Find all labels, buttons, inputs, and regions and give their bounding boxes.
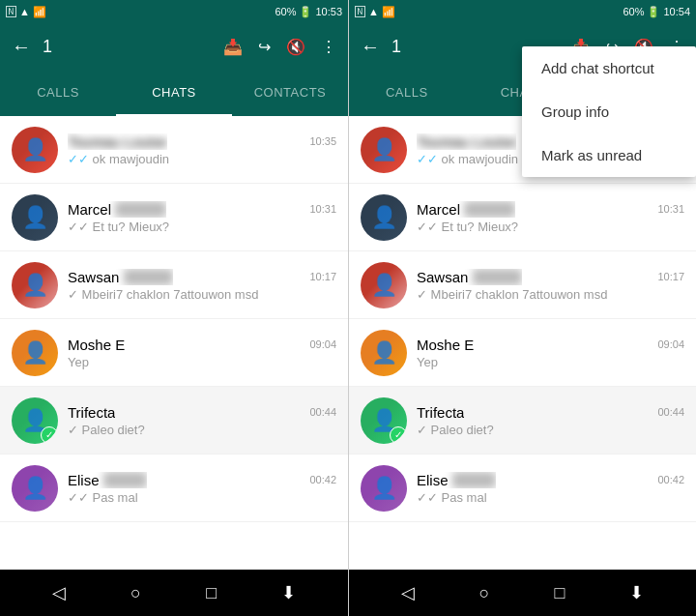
chat-item-6[interactable]: 👤 Elise Martin 00:42 ✓✓ Pas mal xyxy=(0,455,348,522)
chat-preview-5: ✓ Paleo diet? xyxy=(68,423,336,437)
chat-info-r3: Sawsan Katouh 10:17 ✓ Mbeiri7 chaklon 7a… xyxy=(417,269,684,302)
status-right-info-right: 60% 🔋 10:54 xyxy=(623,6,690,18)
chat-preview-4: Yep xyxy=(68,355,336,369)
dropdown-menu: Add chat shortcut Group info Mark as unr… xyxy=(522,46,696,177)
chat-preview-2: ✓✓ Et tu? Mieux? xyxy=(68,220,336,234)
battery-level-right: 60% xyxy=(623,6,644,17)
chat-info-r6: Elise Martin 00:42 ✓✓ Pas mal xyxy=(417,472,684,505)
status-icon-n-right: 🄽 xyxy=(355,6,365,17)
dropdown-mark-unread[interactable]: Mark as unread xyxy=(522,133,696,177)
nav-bar-right: ◁ ○ □ ⬇ xyxy=(349,570,696,616)
chat-item-5[interactable]: 👤 ✓ Trifecta 00:44 ✓ Paleo diet? xyxy=(0,387,348,455)
check-icon-3: ✓ xyxy=(68,287,78,302)
status-bar-right: 🄽 ▲ 📶 60% 🔋 10:54 xyxy=(349,0,696,23)
more-menu-icon[interactable]: ⋮ xyxy=(317,34,340,60)
chat-preview-r5: ✓ Paleo diet? xyxy=(417,423,684,437)
chat-item-3[interactable]: 👤 Sawsan Katouh 10:17 ✓ Mbeiri7 chaklon … xyxy=(0,251,348,319)
nav-recent-left[interactable]: □ xyxy=(206,583,217,603)
nav-recent-right[interactable]: □ xyxy=(555,583,566,603)
time-display: 10:53 xyxy=(315,6,342,17)
chat-info-4: Moshe E 09:04 Yep xyxy=(68,337,336,369)
battery-icon: 🔋 xyxy=(299,6,312,18)
chat-item-r5[interactable]: 👤 ✓ Trifecta 00:44 ✓ Paleo diet? xyxy=(349,387,696,455)
avatar-r5: 👤 ✓ xyxy=(361,397,407,444)
avatar-check-badge: ✓ xyxy=(41,426,58,444)
chat-preview-r6: ✓✓ Pas mal xyxy=(417,490,684,505)
chat-name-3: Sawsan Katouh xyxy=(68,269,173,285)
chat-name-5: Trifecta xyxy=(68,404,115,421)
toolbar-icons-left: 📥 ↪ 🔇 ⋮ xyxy=(219,34,340,60)
left-phone-panel: 🄽 ▲ 📶 60% 🔋 10:53 ← 1 📥 ↪ 🔇 ⋮ CALLS CHAT… xyxy=(0,0,348,616)
time-display-right: 10:54 xyxy=(663,6,690,17)
check-icon-5: ✓ xyxy=(68,423,78,437)
nav-down-left[interactable]: ⬇ xyxy=(281,582,296,603)
back-button-left[interactable]: ← xyxy=(8,32,35,62)
chat-info-5: Trifecta 00:44 ✓ Paleo diet? xyxy=(68,404,336,437)
avatar-5: 👤 ✓ xyxy=(12,397,58,444)
chat-preview-r2: ✓✓ Et tu? Mieux? xyxy=(417,220,684,234)
chat-time-2: 10:31 xyxy=(309,203,336,215)
chat-item-1[interactable]: 👤 Toureau Louise 10:35 ✓✓ ok mawjoudin xyxy=(0,116,348,184)
tab-chats-left[interactable]: CHATS xyxy=(116,70,232,116)
chat-preview-1: ✓✓ ok mawjoudin xyxy=(68,152,336,166)
avatar-r3: 👤 xyxy=(361,262,407,308)
archive-icon[interactable]: 📥 xyxy=(219,34,246,60)
avatar-r6: 👤 xyxy=(361,465,407,512)
chat-preview-3: ✓ Mbeiri7 chaklon 7attouwon msd xyxy=(68,287,336,302)
chat-item-r6[interactable]: 👤 Elise Martin 00:42 ✓✓ Pas mal xyxy=(349,455,696,522)
status-wifi: ▲ xyxy=(19,6,30,17)
chat-info-r2: Marcel Harmel 10:31 ✓✓ Et tu? Mieux? xyxy=(417,201,684,234)
status-bar-left: 🄽 ▲ 📶 60% 🔋 10:53 xyxy=(0,0,348,23)
avatar-6: 👤 xyxy=(12,465,58,512)
chat-item-r2[interactable]: 👤 Marcel Harmel 10:31 ✓✓ Et tu? Mieux? xyxy=(349,184,696,251)
chat-name-2: Marcel Harmel xyxy=(68,201,166,218)
chat-name-r6: Elise Martin xyxy=(417,472,496,488)
status-signal-right: 📶 xyxy=(382,6,395,18)
check-icon-1: ✓✓ xyxy=(68,152,89,166)
avatar-check-badge-r: ✓ xyxy=(390,426,407,444)
nav-back-left[interactable]: ◁ xyxy=(52,582,66,603)
chat-item-4[interactable]: 👤 Moshe E 09:04 Yep xyxy=(0,319,348,387)
chat-name-r1: Toureau Louise xyxy=(417,133,516,150)
back-button-right[interactable]: ← xyxy=(357,32,384,62)
chat-name-4: Moshe E xyxy=(68,337,125,353)
battery-icon-right: 🔋 xyxy=(647,6,660,18)
chat-time-r5: 00:44 xyxy=(657,406,684,418)
avatar-r4: 👤 xyxy=(361,330,407,376)
dropdown-group-info[interactable]: Group info xyxy=(522,90,696,133)
battery-level: 60% xyxy=(275,6,296,17)
chat-time-6: 00:42 xyxy=(309,474,336,485)
tab-calls-left[interactable]: CALLS xyxy=(0,70,116,116)
nav-down-right[interactable]: ⬇ xyxy=(629,582,644,603)
chat-item-2[interactable]: 👤 Marcel Harmel 10:31 ✓✓ Et tu? Mieux? xyxy=(0,184,348,251)
chat-info-1: Toureau Louise 10:35 ✓✓ ok mawjoudin xyxy=(68,133,336,166)
tab-calls-right[interactable]: CALLS xyxy=(349,70,465,116)
avatar-r1: 👤 xyxy=(361,127,407,173)
status-left-icons: 🄽 ▲ 📶 xyxy=(6,6,46,18)
tab-contacts-left[interactable]: CONTACTS xyxy=(232,70,348,116)
chat-info-r5: Trifecta 00:44 ✓ Paleo diet? xyxy=(417,404,684,437)
right-phone-panel: 🄽 ▲ 📶 60% 🔋 10:54 ← 1 📥 ↪ 🔇 ⋮ CALLS CHAT… xyxy=(348,0,696,616)
chat-preview-r4: Yep xyxy=(417,355,684,369)
chat-item-r3[interactable]: 👤 Sawsan Katouh 10:17 ✓ Mbeiri7 chaklon … xyxy=(349,251,696,319)
nav-back-right[interactable]: ◁ xyxy=(401,582,415,603)
status-icon-n: 🄽 xyxy=(6,6,16,17)
check-icon-6: ✓✓ xyxy=(68,490,89,505)
chat-time-r6: 00:42 xyxy=(657,474,684,485)
status-signal: 📶 xyxy=(33,6,46,18)
nav-home-left[interactable]: ○ xyxy=(130,583,141,603)
chat-item-r4[interactable]: 👤 Moshe E 09:04 Yep xyxy=(349,319,696,387)
chat-preview-6: ✓✓ Pas mal xyxy=(68,490,336,505)
nav-bar-left: ◁ ○ □ ⬇ xyxy=(0,570,348,616)
mute-icon[interactable]: 🔇 xyxy=(282,34,309,60)
export-icon[interactable]: ↪ xyxy=(254,34,275,60)
chat-info-r4: Moshe E 09:04 Yep xyxy=(417,337,684,369)
nav-home-right[interactable]: ○ xyxy=(479,583,490,603)
dropdown-add-chat-shortcut[interactable]: Add chat shortcut xyxy=(522,46,696,90)
chat-time-5: 00:44 xyxy=(309,406,336,418)
chat-time-r4: 09:04 xyxy=(657,338,684,350)
chat-info-6: Elise Martin 00:42 ✓✓ Pas mal xyxy=(68,472,336,505)
status-wifi-right: ▲ xyxy=(368,6,379,17)
chat-name-r5: Trifecta xyxy=(417,404,464,421)
chat-list-right: 👤 Toureau Louise 10:35 ✓✓ ok mawjoudin 👤 xyxy=(349,116,696,570)
